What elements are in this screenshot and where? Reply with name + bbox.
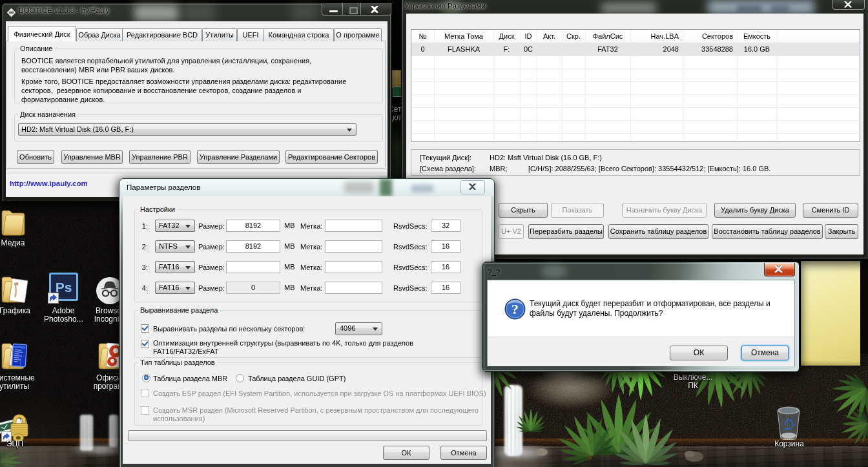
svg-text:?: ? — [512, 301, 519, 317]
svg-text:Ps: Ps — [56, 280, 72, 295]
